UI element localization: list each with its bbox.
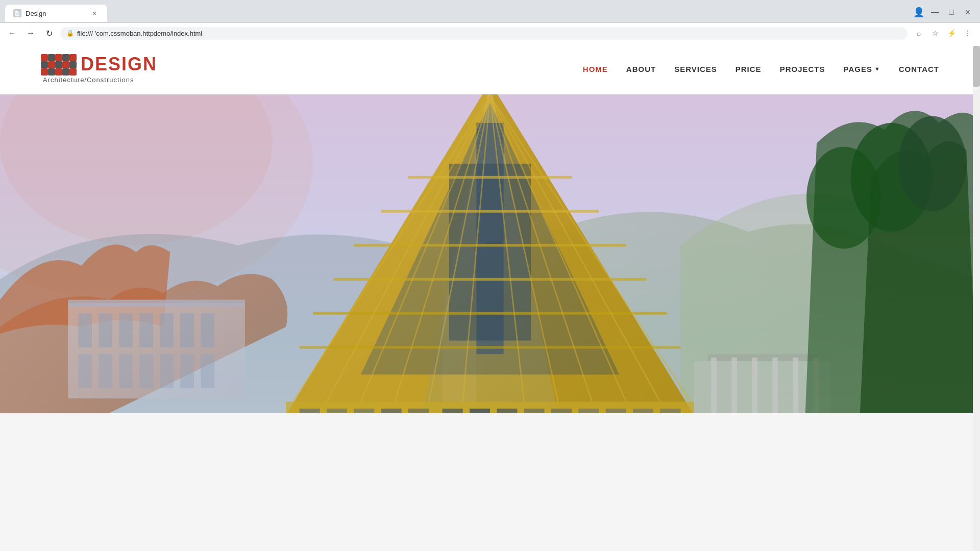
browser-window: 📄 Design × 👤 — □ × ← → ↻ 🔒 file:/// 'com…	[0, 0, 980, 413]
svg-rect-55	[708, 354, 817, 361]
svg-rect-42	[354, 409, 374, 413]
address-bar[interactable]: 🔒 file:/// 'com.cssmoban.httpdemo/index.…	[60, 27, 908, 40]
scrollbar-thumb[interactable]	[973, 46, 980, 87]
browser-toolbar: ← → ↻ 🔒 file:/// 'com.cssmoban.httpdemo/…	[0, 22, 980, 43]
logo-dot	[62, 68, 69, 76]
svg-point-63	[898, 116, 966, 212]
svg-rect-52	[633, 409, 653, 413]
nav-item-services[interactable]: SERVICES	[674, 65, 717, 73]
svg-point-64	[806, 147, 881, 249]
svg-rect-44	[408, 409, 429, 413]
svg-rect-59	[772, 358, 778, 413]
logo-dot	[62, 54, 69, 61]
svg-rect-58	[752, 358, 757, 413]
svg-rect-4	[68, 300, 245, 307]
svg-rect-41	[327, 409, 347, 413]
svg-rect-51	[606, 409, 626, 413]
logo-dot	[48, 68, 55, 76]
svg-rect-7	[119, 313, 133, 347]
security-icon: 🔒	[66, 30, 74, 37]
logo-dot	[41, 68, 48, 76]
nav-item-price[interactable]: PRICE	[736, 65, 762, 73]
svg-rect-17	[180, 354, 194, 388]
svg-rect-6	[99, 313, 112, 347]
bookmark-button[interactable]: ☆	[928, 26, 942, 40]
svg-rect-18	[201, 354, 214, 388]
site-header: DESIGN Architecture/Constructions HOME A…	[0, 43, 980, 94]
svg-rect-13	[99, 354, 112, 388]
forward-button[interactable]: →	[23, 26, 38, 40]
logo-main: DESIGN	[41, 54, 157, 75]
svg-rect-14	[119, 354, 133, 388]
new-tab-placeholder	[109, 4, 130, 22]
logo-dot	[48, 54, 55, 61]
svg-rect-46	[470, 409, 490, 413]
back-button[interactable]: ←	[5, 26, 19, 40]
window-controls: 👤 — □ ×	[912, 5, 975, 21]
svg-rect-43	[381, 409, 402, 413]
logo-area: DESIGN Architecture/Constructions	[41, 54, 157, 84]
menu-button[interactable]: ⋮	[961, 26, 975, 40]
logo-dot	[62, 61, 69, 68]
svg-rect-47	[497, 409, 517, 413]
svg-rect-12	[78, 354, 92, 388]
logo-subtitle: Architecture/Constructions	[43, 75, 157, 84]
toolbar-actions: ⌕ ☆ ⚡ ⋮	[912, 26, 975, 40]
nav-item-about[interactable]: ABOUT	[626, 65, 656, 73]
nav-item-home[interactable]: HOME	[583, 65, 608, 73]
url-text: file:/// 'com.cssmoban.httpdemo/index.ht…	[77, 30, 901, 37]
tab-title: Design	[26, 10, 46, 17]
svg-rect-45	[443, 409, 463, 413]
svg-rect-5	[78, 313, 92, 347]
svg-rect-9	[160, 313, 174, 347]
logo-text: DESIGN	[81, 54, 157, 75]
svg-rect-3	[68, 303, 245, 398]
extension-button[interactable]: ⚡	[944, 26, 959, 40]
svg-rect-10	[180, 313, 194, 347]
logo-dot	[69, 54, 77, 61]
svg-rect-49	[551, 409, 572, 413]
website-content: DESIGN Architecture/Constructions HOME A…	[0, 43, 980, 413]
browser-title-bar: 📄 Design × 👤 — □ ×	[0, 0, 980, 22]
svg-rect-40	[300, 409, 320, 413]
maximize-button[interactable]: □	[944, 5, 959, 19]
svg-rect-57	[731, 358, 737, 413]
close-button[interactable]: ×	[961, 5, 975, 19]
logo-dot	[55, 68, 62, 76]
dropdown-arrow-icon: ▼	[874, 66, 880, 72]
svg-rect-53	[660, 409, 680, 413]
scrollbar-track[interactable]	[973, 46, 980, 413]
zoom-button[interactable]: ⌕	[912, 26, 926, 40]
hero-section	[0, 94, 980, 413]
logo-dot	[55, 61, 62, 68]
logo-dot	[41, 54, 48, 61]
logo-dot	[55, 54, 62, 61]
tab-favicon: 📄	[13, 9, 21, 17]
browser-tab[interactable]: 📄 Design ×	[5, 5, 107, 22]
profile-button[interactable]: 👤	[912, 5, 926, 19]
site-navigation: HOME ABOUT SERVICES PRICE PROJECTS PAGES…	[583, 65, 939, 73]
svg-rect-11	[201, 313, 214, 347]
logo-dot	[69, 68, 77, 76]
svg-rect-56	[711, 358, 717, 413]
svg-rect-8	[139, 313, 153, 347]
logo-dot	[48, 61, 55, 68]
hero-image	[0, 94, 980, 413]
svg-rect-48	[524, 409, 545, 413]
tab-close-button[interactable]: ×	[90, 9, 99, 18]
minimize-button[interactable]: —	[928, 5, 942, 19]
svg-rect-16	[160, 354, 174, 388]
svg-rect-15	[139, 354, 153, 388]
logo-dot	[41, 61, 48, 68]
nav-item-pages[interactable]: PAGES ▼	[843, 65, 880, 73]
nav-item-contact[interactable]: CONTACT	[899, 65, 939, 73]
nav-item-projects[interactable]: PROJECTS	[780, 65, 825, 73]
reload-button[interactable]: ↻	[42, 26, 56, 40]
svg-rect-60	[793, 358, 798, 413]
svg-rect-50	[578, 409, 599, 413]
logo-grid	[41, 54, 76, 74]
logo-dot	[69, 61, 77, 68]
